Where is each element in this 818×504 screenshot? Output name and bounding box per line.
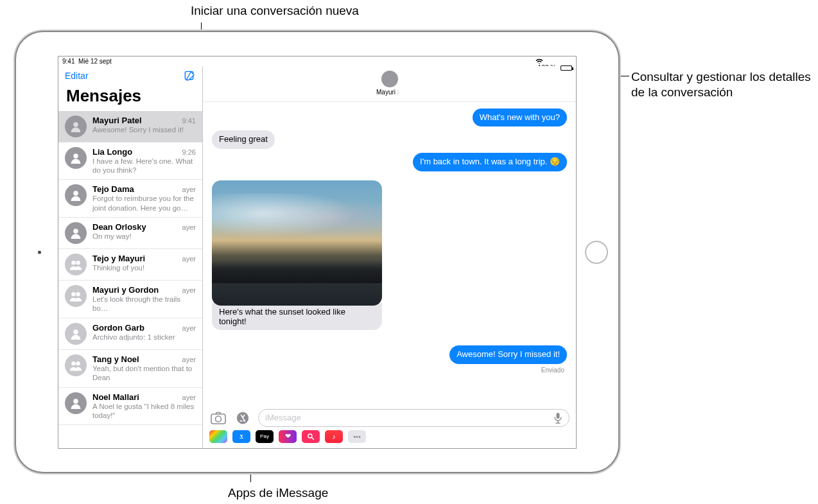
- avatar: [65, 323, 87, 345]
- contact-avatar: [381, 71, 398, 87]
- avatar: [65, 354, 87, 376]
- wifi-icon: [535, 58, 572, 64]
- contact-name-row[interactable]: Mayuri〉: [376, 89, 403, 97]
- conversation-item[interactable]: Gordon GarbayerArchivo adjunto: 1 sticke…: [58, 318, 202, 350]
- appstore-app-icon[interactable]: [232, 430, 250, 443]
- main-area: Editar Mensajes Mayuri Patel9:41 Awesome…: [58, 66, 576, 448]
- message-out[interactable]: What's new with you?: [473, 109, 567, 127]
- more-apps-icon[interactable]: •••: [348, 430, 366, 443]
- conversation-item[interactable]: Dean OrloskyayerOn my way!: [58, 218, 202, 249]
- imessage-app-tray: Pay ❤ ♪ •••: [203, 427, 576, 448]
- photos-app-icon[interactable]: [209, 430, 227, 443]
- callout-compose: Iniciar una conversación nueva: [191, 3, 359, 19]
- message-in[interactable]: Feeling great: [212, 130, 275, 149]
- avatar: [65, 222, 87, 244]
- message-image[interactable]: [212, 180, 382, 306]
- status-bar: 9:41 Mié 12 sept 100 %: [58, 56, 576, 66]
- conversation-item[interactable]: Mayuri Patel9:41 Awesome! Sorry I missed…: [58, 111, 202, 143]
- status-date: Mié 12 sept: [78, 58, 112, 65]
- conversation-time: ayer: [182, 223, 196, 231]
- avatar: [65, 254, 87, 275]
- conversation-item[interactable]: Mayuri y GordonayerLet's look through th…: [58, 281, 202, 318]
- conversation-time: ayer: [182, 286, 196, 294]
- conversation-item[interactable]: Tejo y MayuriayerThinking of you!: [58, 249, 202, 281]
- conversation-name: Noel Mallari: [92, 392, 139, 402]
- conversation-name: Mayuri Patel: [92, 116, 142, 125]
- microphone-icon[interactable]: [553, 412, 562, 424]
- applepay-app-icon[interactable]: Pay: [256, 430, 274, 443]
- conversation-preview: Archivo adjunto: 1 sticker: [92, 333, 196, 342]
- conversation-preview: Yeah, but don't mention that to Dean: [92, 364, 196, 383]
- conversation-item[interactable]: Noel MallariayerA Noel le gusta "I hiked…: [58, 388, 202, 426]
- status-time: 9:41: [62, 58, 74, 65]
- svg-point-10: [71, 361, 75, 365]
- message-input[interactable]: iMessage: [258, 409, 570, 427]
- conversation-time: 9:26: [182, 148, 196, 156]
- svg-point-1: [73, 122, 78, 127]
- status-time-date: 9:41 Mié 12 sept: [62, 58, 112, 65]
- svg-point-5: [71, 261, 75, 265]
- avatar: [65, 285, 87, 307]
- music-app-icon[interactable]: ♪: [325, 430, 343, 443]
- conversation-preview: On my way!: [92, 232, 196, 241]
- conversation-item[interactable]: Tang y NoelayerYeah, but don't mention t…: [58, 350, 202, 388]
- svg-point-7: [71, 292, 75, 296]
- message-out[interactable]: Awesome! Sorry I missed it!: [449, 345, 567, 364]
- chevron-right-icon: 〉: [397, 89, 403, 96]
- conversation-name: Tejo y Mayuri: [92, 254, 145, 263]
- svg-rect-16: [557, 413, 560, 419]
- conversation-preview: A Noel le gusta "I hiked 8 miles today!": [92, 402, 196, 421]
- avatar: [65, 147, 87, 169]
- chat-pane: Mayuri〉 What's new with you? Feeling gre…: [203, 66, 576, 448]
- svg-point-4: [73, 229, 78, 234]
- contact-name: Mayuri: [376, 89, 396, 96]
- battery-icon: [561, 65, 572, 71]
- message-in[interactable]: Here's what the sunset looked like tonig…: [212, 303, 382, 330]
- input-placeholder: iMessage: [265, 413, 301, 422]
- sidebar-toolbar: Editar: [58, 66, 202, 83]
- conversation-time: ayer: [182, 186, 196, 193]
- avatar: [65, 116, 87, 137]
- sidebar-title: Mensajes: [58, 83, 202, 111]
- svg-point-2: [73, 153, 78, 159]
- conversation-name: Mayuri y Gordon: [92, 285, 159, 295]
- conversation-time: ayer: [182, 324, 196, 332]
- svg-point-14: [216, 416, 222, 422]
- callout-apps: Apps de iMessage: [228, 485, 328, 501]
- edit-button[interactable]: Editar: [65, 71, 89, 81]
- conversation-item[interactable]: Lia Longo9:26I have a few. Here's one. W…: [58, 143, 202, 180]
- conversation-name: Tejo Dama: [92, 184, 134, 194]
- camera-icon[interactable]: [209, 409, 227, 427]
- conversation-preview: Awesome! Sorry I missed it!: [92, 125, 196, 134]
- conversation-time: ayer: [182, 394, 196, 401]
- screen: 9:41 Mié 12 sept 100 % Editar: [58, 56, 577, 449]
- search-app-icon[interactable]: [302, 430, 320, 443]
- conversation-time: 9:41: [182, 117, 196, 125]
- svg-point-11: [76, 361, 80, 365]
- avatar: [65, 392, 87, 414]
- chat-header[interactable]: Mayuri〉: [203, 66, 576, 102]
- svg-point-8: [76, 292, 80, 296]
- conversation-list[interactable]: Mayuri Patel9:41 Awesome! Sorry I missed…: [58, 111, 202, 448]
- input-toolbar: iMessage: [203, 405, 576, 427]
- conversation-name: Tang y Noel: [92, 354, 139, 364]
- message-list[interactable]: What's new with you? Feeling great I'm b…: [203, 102, 576, 405]
- conversation-preview: Forgot to reimburse you for the joint do…: [92, 194, 196, 213]
- avatar: [65, 184, 87, 206]
- conversation-time: ayer: [182, 356, 196, 363]
- conversation-preview: Let's look through the trails bo…: [92, 295, 196, 313]
- home-button[interactable]: [585, 241, 608, 264]
- svg-point-3: [73, 191, 78, 196]
- message-out[interactable]: I'm back in town. It was a long trip. 😔: [413, 153, 567, 171]
- svg-point-6: [76, 261, 80, 265]
- conversation-preview: Thinking of you!: [92, 263, 196, 272]
- app-store-icon[interactable]: [234, 409, 252, 427]
- svg-point-12: [73, 399, 78, 404]
- compose-icon[interactable]: [184, 70, 196, 82]
- conversation-name: Gordon Garb: [92, 323, 144, 333]
- conversation-item[interactable]: Tejo DamaayerForgot to reimburse you for…: [58, 180, 202, 218]
- svg-point-9: [73, 329, 78, 335]
- delivery-status: Enviado: [541, 367, 564, 374]
- digitaltouch-app-icon[interactable]: ❤: [279, 430, 297, 443]
- conversation-preview: I have a few. Here's one. What do you th…: [92, 157, 196, 175]
